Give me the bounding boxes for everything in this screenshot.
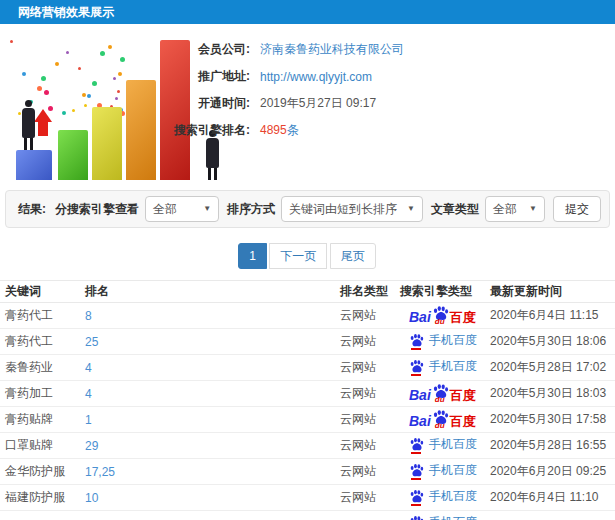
mobile-baidu-paw-icon [409, 463, 424, 478]
mobile-baidu-paw-icon [409, 437, 424, 452]
table-row: 膏药贴牌 1 云网站 Bai du 百度 [0, 407, 615, 433]
filter-bar: 结果: 分搜索引擎查看 全部 ▼ 排序方式 关键词由短到长排序 ▼ 文章类型 全… [5, 190, 610, 228]
updated-cell: 2020年6月20日 09:25 [485, 459, 615, 485]
rank-link[interactable]: 17,25 [85, 465, 115, 479]
chart-bar-green [58, 130, 88, 180]
updated-cell: 2020年5月30日 17:58 [485, 407, 615, 433]
keyword-cell: 口罩贴牌 [0, 433, 80, 459]
rank-link[interactable]: 10 [85, 491, 98, 505]
col-rank: 排名 [80, 281, 335, 303]
page-1-button[interactable]: 1 [238, 243, 267, 269]
keyword-cell: 膏药加工 [0, 381, 80, 407]
company-link[interactable]: 济南秦鲁药业科技有限公司 [260, 41, 404, 58]
col-updated: 最新更新时间 [485, 281, 615, 303]
rank-type-cell: 云网站 [335, 381, 395, 407]
article-type-label: 文章类型 [431, 201, 479, 218]
baidu-logo: Bai du 百度 [409, 307, 476, 324]
table-row: 膏药代工 8 云网站 Bai du 百度 [0, 303, 615, 329]
rank-link[interactable]: 8 [85, 309, 92, 323]
engine-cell: Bai du 百度 [395, 511, 485, 520]
rank-cell: 17,25 [80, 459, 335, 485]
baidu-paw-icon: du [432, 411, 449, 428]
promo-url-link[interactable]: http://www.qlyyjt.com [260, 70, 372, 84]
baidu-paw-icon: du [432, 385, 449, 402]
col-rank-type: 排名类型 [335, 281, 395, 303]
open-time-label: 开通时间: [168, 95, 250, 112]
keyword-cell [0, 511, 80, 520]
table-row: 口罩贴牌 29 云网站 Bai du 百度 [0, 433, 615, 459]
sort-select[interactable]: 关键词由短到长排序 ▼ [281, 196, 423, 222]
engine-filter-select[interactable]: 全部 ▼ [145, 196, 219, 222]
rank-type-cell: 云网站 [335, 407, 395, 433]
engine-cell: Bai du 百度 [395, 355, 485, 381]
promo-url-label: 推广地址: [168, 68, 250, 85]
engine-filter-value: 全部 [153, 197, 177, 221]
engine-cell: Bai du 百度 [395, 329, 485, 355]
rank-link[interactable]: 25 [85, 335, 98, 349]
col-keyword: 关键词 [0, 281, 80, 303]
rank-type-cell: 云网站 [335, 329, 395, 355]
chart-bar-blue [16, 150, 52, 180]
table-row: 福建防护服 10 云网站 Bai du 百度 [0, 485, 615, 511]
mobile-baidu-paw-icon [409, 359, 424, 374]
article-type-select[interactable]: 全部 ▼ [485, 196, 545, 222]
updated-cell: 2020年5月28日 16:55 [485, 433, 615, 459]
last-page-button[interactable]: 尾页 [330, 243, 376, 269]
baidu-logo: Bai du 百度 [409, 411, 476, 428]
engine-cell: Bai du 百度 [395, 407, 485, 433]
results-label: 结果: [6, 201, 46, 218]
keyword-cell: 膏药代工 [0, 303, 80, 329]
rank-type-cell: 云网站 [335, 433, 395, 459]
engine-cell: Bai du 百度 [395, 459, 485, 485]
updated-cell: 2020年5月28日 17:02 [485, 355, 615, 381]
rank-type-cell: 云网站 [335, 355, 395, 381]
chart-bar-yellow [92, 107, 122, 180]
engine-cell: Bai du 百度 [395, 485, 485, 511]
rank-cell: 8 [80, 303, 335, 329]
results-table-body: 膏药代工 8 云网站 Bai du 百度 [0, 303, 615, 520]
table-row: 膏药代工 25 云网站 Bai du 百度 [0, 329, 615, 355]
mobile-baidu-logo: 手机百度 [409, 515, 477, 520]
rank-type-cell: 云网站 [335, 459, 395, 485]
page-header: 网络营销效果展示 [0, 0, 615, 24]
info-row-url: 推广地址: http://www.qlyyjt.com [168, 63, 608, 90]
rank-link[interactable]: 29 [85, 439, 98, 453]
rank-cell: 29 [80, 433, 335, 459]
table-row: Bai du 百度 [0, 511, 615, 520]
submit-button[interactable]: 提交 [553, 196, 601, 222]
company-label: 会员公司: [168, 41, 250, 58]
sort-value: 关键词由短到长排序 [289, 197, 397, 221]
rank-link[interactable]: 4 [85, 387, 92, 401]
engine-cell: Bai du 百度 [395, 381, 485, 407]
chart-bar-orange [126, 80, 156, 180]
rank-type-cell [335, 511, 395, 520]
rank-cell: 1 [80, 407, 335, 433]
rank-count-unit: 条 [287, 123, 299, 137]
baidu-paw-icon: du [432, 307, 449, 324]
results-table: 关键词 排名 排名类型 搜索引擎类型 最新更新时间 膏药代工 8 云网站 Bai [0, 280, 615, 520]
rank-type-cell: 云网站 [335, 485, 395, 511]
info-row-rank-count: 搜索引擎排名: 4895条 [168, 117, 608, 144]
filter-controls: 分搜索引擎查看 全部 ▼ 排序方式 关键词由短到长排序 ▼ 文章类型 全部 ▼ … [47, 196, 609, 222]
mobile-baidu-paw-icon [409, 333, 424, 348]
rank-link[interactable]: 1 [85, 413, 92, 427]
mobile-baidu-logo: 手机百度 [409, 463, 477, 478]
rank-link[interactable]: 4 [85, 361, 92, 375]
open-time-value: 2019年5月27日 09:17 [260, 95, 376, 112]
updated-cell: 2020年6月4日 11:15 [485, 303, 615, 329]
next-page-button[interactable]: 下一页 [269, 243, 327, 269]
table-header-row: 关键词 排名 排名类型 搜索引擎类型 最新更新时间 [0, 281, 615, 303]
rank-cell: 4 [80, 355, 335, 381]
chevron-down-icon: ▼ [407, 197, 415, 221]
engine-cell: Bai du 百度 [395, 303, 485, 329]
keyword-cell: 膏药贴牌 [0, 407, 80, 433]
businessman-figure-left [18, 100, 38, 150]
updated-cell: 2020年6月4日 11:10 [485, 485, 615, 511]
col-engine-type: 搜索引擎类型 [395, 281, 485, 303]
table-row: 金华防护服 17,25 云网站 Bai du 百度 [0, 459, 615, 485]
table-row: 膏药加工 4 云网站 Bai du 百度 [0, 381, 615, 407]
mobile-baidu-paw-icon [409, 489, 424, 504]
chevron-down-icon: ▼ [203, 197, 211, 221]
chevron-down-icon: ▼ [529, 197, 537, 221]
rank-count-label: 搜索引擎排名: [168, 122, 250, 139]
